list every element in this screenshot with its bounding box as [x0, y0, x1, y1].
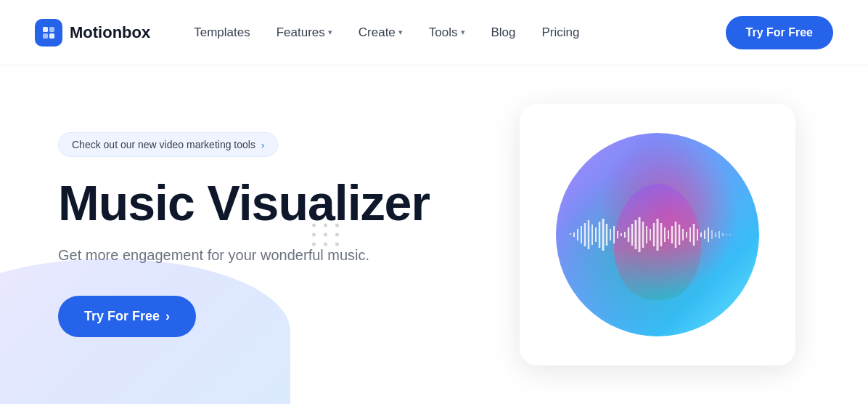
navbar: Motionbox Templates Features ▾ Create ▾ … [0, 0, 868, 65]
waveform-svg [563, 213, 752, 256]
arrow-icon: › [165, 309, 170, 324]
nav-features[interactable]: Features ▾ [277, 25, 332, 40]
nav-tools[interactable]: Tools ▾ [429, 25, 465, 40]
waveform-overlay [556, 133, 759, 336]
nav-blog[interactable]: Blog [491, 25, 516, 40]
logo-icon [35, 19, 62, 47]
visualizer-circle [556, 133, 759, 336]
hero-title: Music Visualizer [58, 177, 462, 229]
svg-rect-3 [49, 33, 54, 39]
arrow-icon: › [261, 140, 264, 150]
hero-subtitle: Get more engagement for your wonderful m… [58, 247, 462, 264]
hero-section: Check out our new video marketing tools … [0, 65, 868, 404]
hero-badge[interactable]: Check out our new video marketing tools … [58, 132, 278, 157]
chevron-down-icon: ▾ [461, 28, 465, 37]
nav-cta-button[interactable]: Try For Free [726, 16, 833, 49]
svg-rect-0 [43, 27, 48, 32]
chevron-down-icon: ▾ [398, 28, 403, 37]
svg-rect-1 [49, 27, 54, 32]
hero-content: Check out our new video marketing tools … [58, 132, 505, 336]
chevron-down-icon: ▾ [328, 28, 332, 37]
badge-text: Check out our new video marketing tools [72, 139, 255, 150]
nav-links: Templates Features ▾ Create ▾ Tools ▾ Bl… [194, 25, 725, 40]
nav-create[interactable]: Create ▾ [359, 25, 403, 40]
nav-templates[interactable]: Templates [194, 25, 250, 40]
hero-visual [505, 104, 810, 365]
visual-card [520, 104, 795, 365]
nav-pricing[interactable]: Pricing [542, 25, 580, 40]
logo-text: Motionbox [70, 23, 150, 42]
logo[interactable]: Motionbox [35, 19, 150, 47]
svg-rect-2 [43, 33, 48, 39]
hero-cta-button[interactable]: Try For Free › [58, 296, 196, 337]
